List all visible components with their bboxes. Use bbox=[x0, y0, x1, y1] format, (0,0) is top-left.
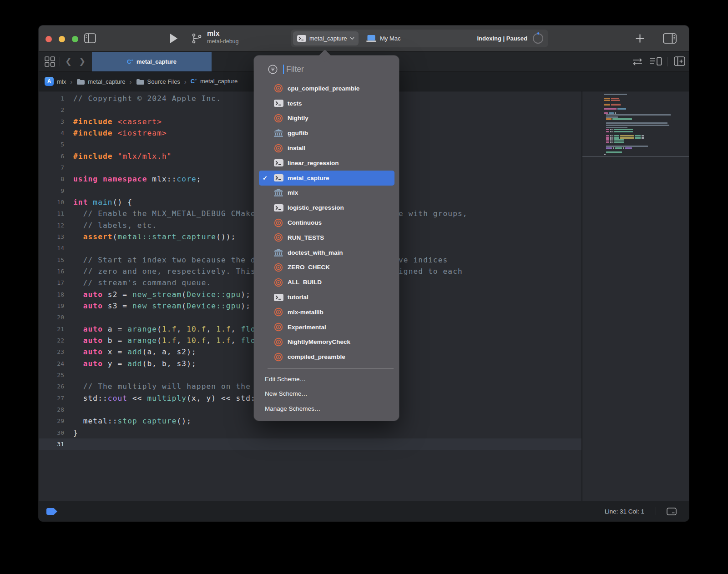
line-number[interactable]: 7 bbox=[39, 162, 64, 173]
zoom-button[interactable] bbox=[72, 36, 78, 42]
line-number[interactable]: 11 bbox=[39, 208, 64, 219]
inspector-toggle-icon[interactable] bbox=[663, 33, 677, 44]
scheme-menu-item-gguflib[interactable]: gguflib bbox=[259, 126, 394, 141]
scheme-menu-item-tutorial[interactable]: tutorial bbox=[259, 290, 394, 305]
scheme-item-label: ALL_BUILD bbox=[288, 279, 322, 286]
line-number[interactable]: 26 bbox=[39, 381, 64, 392]
editor-bar-toggle-icon[interactable] bbox=[667, 508, 677, 515]
line-number[interactable]: 2 bbox=[39, 104, 64, 116]
line-number[interactable]: 21 bbox=[39, 323, 64, 335]
line-number[interactable]: 19 bbox=[39, 300, 64, 312]
scheme-menu-item-RUN_TESTS[interactable]: RUN_TESTS bbox=[259, 230, 394, 245]
line-number[interactable]: 4 bbox=[39, 127, 64, 139]
destination-label: My Mac bbox=[380, 35, 401, 42]
related-items-icon[interactable] bbox=[45, 56, 55, 67]
menu-action-new-scheme-[interactable]: New Scheme… bbox=[254, 387, 399, 402]
menu-action-edit-scheme-[interactable]: Edit Scheme… bbox=[254, 372, 399, 387]
target-icon bbox=[274, 337, 283, 347]
minimap-toggle-icon[interactable] bbox=[649, 56, 662, 66]
minimap-line-26 bbox=[606, 146, 648, 147]
tab-label: metal_capture bbox=[136, 58, 177, 65]
scheme-menu-item-Nightly[interactable]: Nightly bbox=[259, 111, 394, 126]
scheme-menu-item-linear_regression[interactable]: linear_regression bbox=[259, 156, 394, 171]
scheme-filter-row[interactable]: Filter bbox=[254, 61, 399, 77]
back-chevron-icon[interactable]: ❮ bbox=[65, 57, 72, 66]
minimap[interactable] bbox=[582, 91, 689, 501]
minimap-line-10 bbox=[604, 112, 616, 114]
scheme-menu-item-doctest_with_main[interactable]: doctest_with_main bbox=[259, 245, 394, 260]
scheme-menu-item-tests[interactable]: tests bbox=[259, 96, 394, 111]
scheme-menu-items: cpu_compiled_preambletestsNightlygguflib… bbox=[254, 81, 399, 364]
scheme-menu-item-mlx-metallib[interactable]: mlx-metallib bbox=[259, 305, 394, 320]
line-number[interactable]: 18 bbox=[39, 289, 64, 300]
target-icon bbox=[274, 263, 283, 272]
minimap-line-11 bbox=[606, 114, 671, 116]
forward-chevron-icon[interactable]: ❯ bbox=[79, 57, 86, 66]
close-button[interactable] bbox=[46, 36, 52, 42]
line-number[interactable]: 28 bbox=[39, 404, 64, 415]
scheme-item-label: mlx-metallib bbox=[288, 309, 324, 316]
breadcrumb-file[interactable]: C+ metal_capture bbox=[191, 78, 238, 85]
line-number[interactable]: 1 bbox=[39, 93, 64, 104]
menu-action-manage-schemes-[interactable]: Manage Schemes… bbox=[254, 401, 399, 416]
line-number[interactable]: 20 bbox=[39, 312, 64, 323]
line-number[interactable]: 9 bbox=[39, 185, 64, 196]
scheme-menu-item-compiled_preamble[interactable]: compiled_preamble bbox=[259, 349, 394, 364]
scheme-selector[interactable]: metal_capture bbox=[293, 31, 359, 45]
scheme-item-label: linear_regression bbox=[288, 160, 339, 166]
library-add-button[interactable] bbox=[635, 34, 645, 43]
minimap-line-24 bbox=[606, 141, 624, 143]
target-icon bbox=[274, 352, 283, 362]
filter-input[interactable]: Filter bbox=[286, 65, 304, 74]
scheme-menu-item-install[interactable]: install bbox=[259, 141, 394, 156]
breadcrumb-separator: › bbox=[184, 78, 187, 86]
line-number[interactable]: 22 bbox=[39, 335, 64, 346]
line-number[interactable]: 23 bbox=[39, 346, 64, 357]
line-number[interactable]: 6 bbox=[39, 151, 64, 162]
scheme-menu-item-mlx[interactable]: mlx bbox=[259, 186, 394, 201]
minimap-line-13 bbox=[606, 118, 632, 120]
navigator-sidebar-toggle-icon[interactable] bbox=[84, 33, 96, 43]
add-editor-icon[interactable] bbox=[674, 56, 685, 66]
minimize-button[interactable] bbox=[59, 36, 65, 42]
scheme-menu-item-ALL_BUILD[interactable]: ALL_BUILD bbox=[259, 275, 394, 290]
line-number[interactable]: 8 bbox=[39, 173, 64, 185]
line-number[interactable]: 31 bbox=[39, 438, 64, 450]
line-number[interactable]: 10 bbox=[39, 196, 64, 208]
scheme-menu-item-ZERO_CHECK[interactable]: ZERO_CHECK bbox=[259, 260, 394, 275]
scheme-menu-item-metal_capture[interactable]: ✓metal_capture bbox=[259, 171, 394, 186]
scheme-menu-item-logistic_regression[interactable]: logistic_regression bbox=[259, 200, 394, 215]
breakpoint-indicator bbox=[46, 508, 58, 515]
run-button[interactable] bbox=[170, 34, 178, 43]
code-line-30[interactable]: 30} bbox=[39, 427, 581, 438]
destination-selector[interactable]: My Mac bbox=[366, 30, 401, 47]
line-number[interactable]: 29 bbox=[39, 415, 64, 427]
line-number[interactable]: 25 bbox=[39, 369, 64, 381]
activity-status-text[interactable]: Indexing | Paused bbox=[477, 30, 527, 47]
line-number[interactable]: 27 bbox=[39, 393, 64, 404]
minimap-line-17 bbox=[606, 127, 627, 128]
swap-editors-icon[interactable] bbox=[632, 56, 643, 67]
scheme-item-label: install bbox=[288, 145, 305, 151]
breadcrumb-project[interactable]: A mlx bbox=[45, 77, 66, 86]
line-number[interactable]: 14 bbox=[39, 242, 64, 254]
scheme-menu-item-Continuous[interactable]: Continuous bbox=[259, 215, 394, 230]
scheme-menu-item-cpu_compiled_preamble[interactable]: cpu_compiled_preamble bbox=[259, 81, 394, 96]
line-number[interactable]: 17 bbox=[39, 277, 64, 288]
code-line-31[interactable]: 31 bbox=[39, 438, 581, 450]
line-number[interactable]: 30 bbox=[39, 427, 64, 438]
scheme-item-label: NightlyMemoryCheck bbox=[288, 338, 350, 345]
scheme-menu-item-NightlyMemoryCheck[interactable]: NightlyMemoryCheck bbox=[259, 335, 394, 350]
line-number[interactable]: 5 bbox=[39, 139, 64, 150]
line-number[interactable]: 12 bbox=[39, 220, 64, 231]
breadcrumb-source-files[interactable]: Source Files bbox=[136, 78, 180, 85]
scheme-item-label: RUN_TESTS bbox=[288, 234, 324, 241]
tab-metal-capture[interactable]: C+ metal_capture bbox=[92, 52, 212, 71]
line-number[interactable]: 15 bbox=[39, 254, 64, 266]
line-number[interactable]: 24 bbox=[39, 358, 64, 369]
scheme-menu-item-Experimental[interactable]: Experimental bbox=[259, 320, 394, 335]
breadcrumb-group[interactable]: metal_capture bbox=[76, 78, 125, 85]
line-number[interactable]: 3 bbox=[39, 116, 64, 127]
line-number[interactable]: 13 bbox=[39, 231, 64, 242]
line-number[interactable]: 16 bbox=[39, 266, 64, 277]
